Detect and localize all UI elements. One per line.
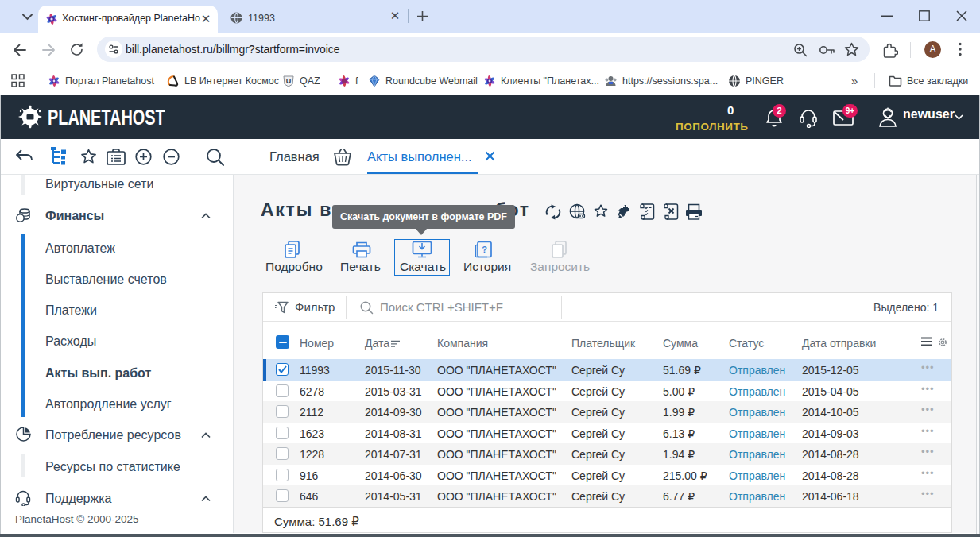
svg-text:?: ? [482,245,487,254]
svg-text:U: U [286,77,292,85]
